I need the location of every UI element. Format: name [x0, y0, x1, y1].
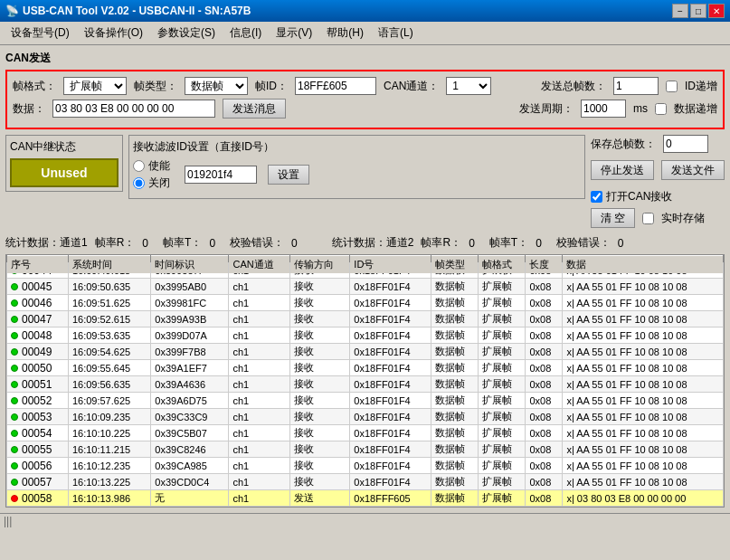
stats-ch1-frame-r-label: 帧率R：: [95, 235, 136, 251]
cell-data: x| AA 55 01 FF 10 08 10 08: [563, 474, 724, 490]
cell-frame-type: 数据帧: [431, 376, 478, 393]
cell-time-id: 0x39CD0C4: [151, 474, 229, 490]
cell-can-ch: ch1: [229, 409, 290, 425]
frame-id-input[interactable]: [295, 77, 376, 95]
table-row[interactable]: 00048 16:09:53.635 0x399D07A ch1 接收 0x18…: [7, 327, 724, 344]
cell-id-num: 0x18FF01F4: [350, 409, 431, 425]
data-table: 序号 系统时间 时间标识 CAN通道 传输方向 ID号 帧类型 帧格式 长度 数…: [6, 254, 724, 507]
unused-button[interactable]: Unused: [10, 158, 119, 187]
cell-length: 0x08: [526, 360, 563, 376]
table-row[interactable]: 00053 16:10:09.235 0x39C33C9 ch1 接收 0x18…: [7, 409, 724, 425]
main-content: CAN发送 帧格式： 扩展帧 标准帧 帧类型： 数据帧 远程帧 帧ID： CAN…: [0, 45, 730, 513]
filter-enable-radio[interactable]: [133, 160, 145, 172]
cell-frame-format: 扩展帧: [478, 295, 525, 311]
open-can-checkbox[interactable]: [591, 191, 602, 203]
stats-ch2-frame-t-label: 帧率T：: [489, 235, 528, 251]
cell-seq: 00048: [7, 327, 69, 344]
send-file-button[interactable]: 发送文件: [661, 160, 725, 180]
total-frames-input[interactable]: [613, 77, 659, 95]
close-button[interactable]: ✕: [708, 4, 725, 18]
cell-can-ch: ch1: [229, 425, 290, 441]
stats-ch1-check-err-value: 0: [291, 237, 298, 250]
menu-display[interactable]: 显示(V): [269, 24, 319, 43]
cell-time-id: 0x39A6D75: [151, 393, 229, 409]
stats-ch1: 统计数据：通道1 帧率R： 0 帧率T： 0 校验错误： 0: [5, 235, 298, 251]
cell-direction: 接收: [290, 409, 350, 425]
data-table-container[interactable]: 序号 系统时间 时间标识 CAN通道 传输方向 ID号 帧类型 帧格式 长度 数…: [5, 254, 725, 508]
table-row[interactable]: 00047 16:09:52.615 0x399A93B ch1 接收 0x18…: [7, 311, 724, 327]
filter-radio-group: 使能 关闭: [133, 158, 170, 191]
table-row[interactable]: 00057 16:10:13.225 0x39CD0C4 ch1 接收 0x18…: [7, 474, 724, 490]
th-frame-format: 帧格式: [478, 255, 525, 273]
stop-send-button[interactable]: 停止发送: [591, 160, 654, 180]
cell-data: x| AA 55 01 FF 10 08 10 08: [563, 376, 724, 393]
realtime-save-checkbox[interactable]: [642, 213, 654, 224]
cell-id-num: 0x18FF01F4: [350, 441, 431, 458]
table-row[interactable]: 00054 16:10:10.225 0x39C5B07 ch1 接收 0x18…: [7, 425, 724, 441]
minimize-button[interactable]: −: [672, 4, 688, 18]
clear-button[interactable]: 清 空: [591, 208, 635, 228]
stats-ch2-check-err-label: 校验错误：: [556, 235, 611, 251]
stats-ch1-frame-t-label: 帧率T：: [163, 235, 202, 251]
table-row[interactable]: 00051 16:09:56.635 0x39A4636 ch1 接收 0x18…: [7, 376, 724, 393]
cell-data: x| AA 55 01 FF 10 08 10 08: [563, 311, 724, 327]
cell-sys-time: 16:10:10.225: [68, 425, 150, 441]
cell-length: 0x08: [526, 376, 563, 393]
cell-length: 0x08: [526, 327, 563, 344]
menu-params[interactable]: 参数设定(S): [150, 24, 223, 43]
cell-direction: 接收: [290, 344, 350, 360]
data-input[interactable]: [52, 100, 215, 118]
table-row[interactable]: 00056 16:10:12.235 0x39CA985 ch1 接收 0x18…: [7, 458, 724, 474]
cell-time-id: 0x399A93B: [151, 311, 229, 327]
cell-time-id: 无: [151, 490, 229, 507]
cell-sys-time: 16:09:50.635: [68, 279, 150, 295]
maximize-button[interactable]: □: [690, 4, 706, 18]
cell-length: 0x08: [526, 344, 563, 360]
open-can-label: 打开CAN接收: [606, 189, 672, 204]
cell-seq: 00054: [7, 425, 69, 441]
menu-language[interactable]: 语言(L): [371, 24, 421, 43]
menu-device-type[interactable]: 设备型号(D): [4, 24, 77, 43]
id-increment-checkbox[interactable]: [666, 81, 678, 92]
menu-device-op[interactable]: 设备操作(O): [77, 24, 150, 43]
table-row[interactable]: 00050 16:09:55.645 0x39A1EF7 ch1 接收 0x18…: [7, 360, 724, 376]
can-channel-select[interactable]: 1 2: [446, 77, 491, 95]
cell-id-num: 0x18FF01F4: [350, 458, 431, 474]
cell-seq: 00046: [7, 295, 69, 311]
cell-seq: 00058: [7, 490, 69, 507]
cell-frame-format: 扩展帧: [478, 409, 525, 425]
th-seq: 序号: [7, 255, 69, 273]
filter-close-radio[interactable]: [133, 177, 145, 189]
cell-time-id: 0x39C8246: [151, 441, 229, 458]
cell-sys-time: 16:10:13.225: [68, 474, 150, 490]
send-period-input[interactable]: [581, 100, 626, 118]
table-row[interactable]: 00045 16:09:50.635 0x3995AB0 ch1 接收 0x18…: [7, 279, 724, 295]
table-row[interactable]: 00049 16:09:54.625 0x399F7B8 ch1 接收 0x18…: [7, 344, 724, 360]
cell-seq: 00057: [7, 474, 69, 490]
data-increment-label: 数据递增: [674, 101, 717, 117]
cell-frame-format: 扩展帧: [478, 441, 525, 458]
filter-id-input[interactable]: [185, 166, 257, 184]
cell-seq: 00047: [7, 311, 69, 327]
cell-frame-type: 数据帧: [431, 474, 478, 490]
cell-length: 0x08: [526, 295, 563, 311]
table-row[interactable]: 00046 16:09:51.625 0x39981FC ch1 接收 0x18…: [7, 295, 724, 311]
filter-set-button[interactable]: 设置: [268, 165, 309, 185]
send-message-button[interactable]: 发送消息: [223, 99, 286, 119]
table-row[interactable]: 00055 16:10:11.215 0x39C8246 ch1 接收 0x18…: [7, 441, 724, 458]
save-total-frames-input[interactable]: [663, 135, 708, 153]
send-period-label: 发送周期：: [519, 101, 574, 117]
menu-info[interactable]: 信息(I): [223, 24, 269, 43]
menu-help[interactable]: 帮助(H): [319, 24, 371, 43]
table-row[interactable]: 00052 16:09:57.625 0x39A6D75 ch1 接收 0x18…: [7, 393, 724, 409]
frame-format-select[interactable]: 扩展帧 标准帧: [63, 77, 127, 95]
frame-type-select[interactable]: 数据帧 远程帧: [185, 77, 248, 95]
cell-direction: 接收: [290, 327, 350, 344]
table-row[interactable]: 00058 16:10:13.986 无 ch1 发送 0x18FFF605 数…: [7, 490, 724, 507]
stats-ch2: 统计数据：通道2 帧率R： 0 帧率T： 0 校验错误： 0: [332, 235, 624, 251]
cell-frame-type: 数据帧: [431, 295, 478, 311]
cell-id-num: 0x18FF01F4: [350, 376, 431, 393]
cell-frame-type: 数据帧: [431, 393, 478, 409]
data-increment-checkbox[interactable]: [655, 103, 667, 115]
cell-frame-type: 数据帧: [431, 311, 478, 327]
